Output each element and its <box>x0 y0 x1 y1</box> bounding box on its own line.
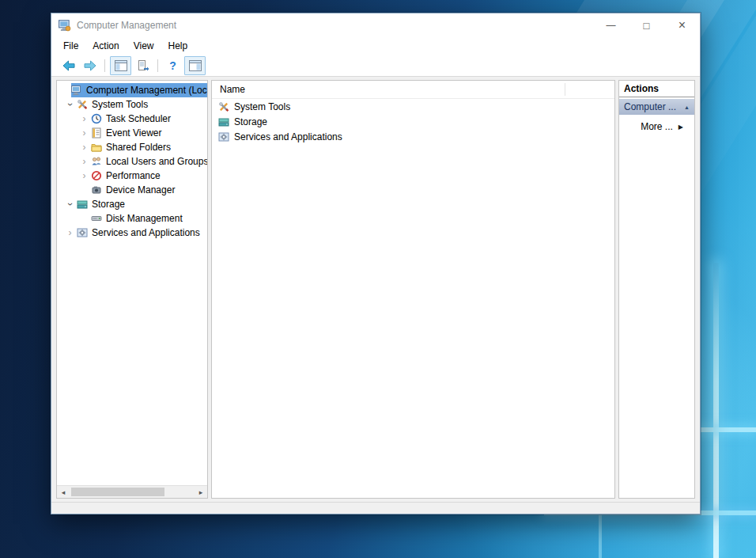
task-scheduler-icon <box>91 113 102 124</box>
computer-icon <box>71 85 82 96</box>
event-viewer-icon <box>91 127 102 139</box>
tree-item-label: Task Scheduler <box>106 113 171 124</box>
actions-title-label: Actions <box>624 83 659 94</box>
chevron-right-icon[interactable]: › <box>77 128 91 138</box>
system-tools-icon <box>218 101 229 112</box>
tree-item-shared-folders[interactable]: › Shared Folders <box>57 140 207 154</box>
more-actions-item[interactable]: More ... ▶ <box>619 119 694 135</box>
export-list-icon <box>137 60 149 71</box>
horizontal-scrollbar[interactable]: ◂ ▸ <box>57 485 207 498</box>
console-tree-icon <box>115 60 127 71</box>
tree-item-label: Event Viewer <box>106 127 161 139</box>
tree-item-performance[interactable]: › Performance <box>57 169 207 183</box>
desktop: Computer Management — □ × File Action Vi… <box>0 0 756 558</box>
chevron-down-icon[interactable]: › <box>66 98 75 112</box>
system-tools-icon <box>77 99 88 110</box>
list-column-header-name[interactable]: Name <box>212 81 614 99</box>
details-pane: Name System Tools <box>211 80 615 499</box>
chevron-right-icon[interactable]: › <box>77 157 91 166</box>
tree-item-label: Disk Management <box>106 213 183 224</box>
statusbar <box>51 502 700 514</box>
column-header-label: Name <box>220 84 245 95</box>
computer-management-window: Computer Management — □ × File Action Vi… <box>51 13 701 514</box>
list-item-label: Storage <box>234 116 267 127</box>
chevron-right-icon[interactable]: › <box>77 114 91 123</box>
tree-item-device-manager[interactable]: Device Manager <box>57 183 207 197</box>
tree-item-system-tools[interactable]: › System Tools <box>57 97 207 112</box>
toolbar-separator <box>157 59 158 72</box>
tree-item-content: Disk Management <box>91 211 207 226</box>
titlebar: Computer Management — □ × <box>51 13 700 37</box>
back-button[interactable] <box>59 57 78 74</box>
chevron-down-icon[interactable]: › <box>66 198 75 211</box>
tree-item-content: Storage <box>77 197 207 211</box>
services-icon <box>218 131 229 142</box>
scrollbar-thumb[interactable] <box>71 488 164 496</box>
forward-arrow-icon <box>84 60 96 71</box>
forward-button[interactable] <box>80 57 100 74</box>
tree-item-label: Storage <box>92 199 125 210</box>
tree-item-content: Event Viewer <box>91 126 207 140</box>
tree-item-label: Shared Folders <box>106 142 171 153</box>
tree-item-selection: Computer Management (Local <box>71 83 207 97</box>
tree-item-label: System Tools <box>92 99 148 110</box>
submenu-arrow-icon: ▶ <box>679 123 683 131</box>
tree-item-storage[interactable]: › Storage <box>57 197 207 211</box>
computer-management-icon <box>59 19 71 32</box>
users-icon <box>91 156 102 167</box>
menu-action[interactable]: Action <box>85 39 126 53</box>
tree-item-content: Device Manager <box>91 183 207 197</box>
minimize-button[interactable]: — <box>593 13 629 37</box>
console-tree-pane: Computer Management (Local › <box>56 80 208 499</box>
tree-item-local-users-and-groups[interactable]: › Local Users and Groups <box>57 154 207 169</box>
action-pane-icon <box>189 60 202 71</box>
tree-item-label: Services and Applications <box>92 227 200 238</box>
tree-item-disk-management[interactable]: Disk Management <box>57 211 207 226</box>
chevron-right-icon[interactable]: › <box>77 171 91 180</box>
chevron-right-icon[interactable]: › <box>77 142 91 152</box>
tree-item-label: Performance <box>106 170 161 181</box>
tree-item-content: Performance <box>91 169 207 183</box>
list-item-services-and-applications[interactable]: Services and Applications <box>212 129 614 144</box>
more-actions-label: More ... <box>641 121 673 132</box>
tree-item-event-viewer[interactable]: › Event Viewer <box>57 126 207 140</box>
actions-pane: Actions Computer ... ▲ More ... ▶ <box>618 80 695 499</box>
tree-item-content: Services and Applications <box>77 226 207 240</box>
tree-item-content: Task Scheduler <box>91 112 207 126</box>
shared-folders-icon <box>91 142 102 153</box>
scrollbar-track[interactable] <box>70 486 195 498</box>
chevron-right-icon[interactable]: › <box>63 228 77 237</box>
menu-file[interactable]: File <box>56 39 85 53</box>
show-action-pane-button[interactable] <box>184 56 206 75</box>
tree-item-content: Shared Folders <box>91 140 207 154</box>
column-divider[interactable] <box>565 83 565 96</box>
tree-item-label: Device Manager <box>106 184 175 195</box>
tree-item-services-and-applications[interactable]: › <box>57 226 207 240</box>
tree-item-content: Local Users and Groups <box>91 154 207 169</box>
list-item-label: System Tools <box>234 101 290 112</box>
list-item-system-tools[interactable]: System Tools <box>212 99 614 114</box>
window-title: Computer Management <box>77 20 176 31</box>
list-item-label: Services and Applications <box>234 131 342 142</box>
tree-item-task-scheduler[interactable]: › Task Scheduler <box>57 112 207 126</box>
menu-view[interactable]: View <box>127 39 161 53</box>
close-button[interactable]: × <box>664 13 700 37</box>
tree-item-computer-management[interactable]: Computer Management (Local <box>57 83 207 97</box>
help-button[interactable]: ? <box>163 57 183 74</box>
storage-icon <box>77 199 88 210</box>
list-item-storage[interactable]: Storage <box>212 114 614 129</box>
show-console-tree-button[interactable] <box>110 56 131 75</box>
services-icon <box>77 227 88 238</box>
menu-help[interactable]: Help <box>161 39 195 53</box>
collapse-section-icon: ▲ <box>684 104 690 110</box>
device-manager-icon <box>91 184 102 195</box>
tree-item-label: Computer Management (Local <box>86 85 208 96</box>
export-list-button[interactable] <box>133 57 153 74</box>
scroll-left-button[interactable]: ◂ <box>57 486 70 498</box>
help-icon: ? <box>169 59 176 72</box>
actions-section-computer-management[interactable]: Computer ... ▲ <box>619 99 694 115</box>
scroll-right-button[interactable]: ▸ <box>195 486 207 498</box>
disk-management-icon <box>91 213 102 224</box>
tree-item-content: System Tools <box>77 97 207 112</box>
maximize-button[interactable]: □ <box>629 13 664 37</box>
